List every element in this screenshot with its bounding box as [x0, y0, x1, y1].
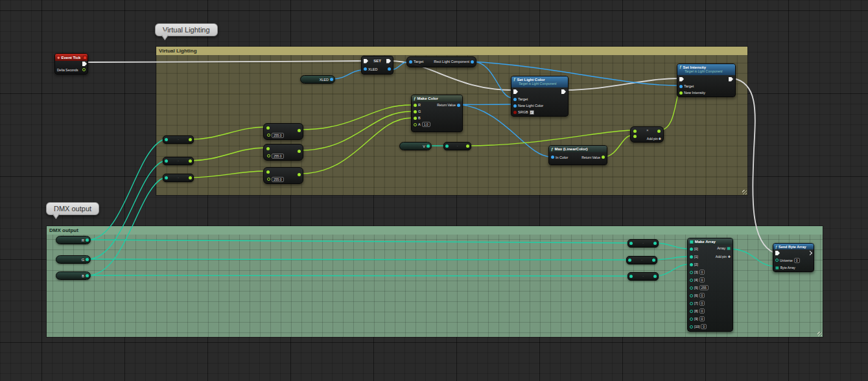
- b-in-pin[interactable]: [414, 117, 417, 120]
- conv-out-pin[interactable]: [189, 159, 192, 163]
- node-get-xled[interactable]: XLED: [300, 75, 335, 84]
- array-in-pin-3[interactable]: [690, 271, 693, 274]
- array-in-pin-5[interactable]: [690, 286, 693, 290]
- new-light-color-pin[interactable]: [513, 104, 517, 108]
- node-convert-b[interactable]: ·: [628, 272, 659, 281]
- node-convert-byte-to-float-r[interactable]: ·: [163, 135, 194, 144]
- dividend-in-pin[interactable]: [266, 170, 270, 174]
- srgb-checkbox[interactable]: ✓: [530, 110, 534, 115]
- node-divide-255-g[interactable]: 255.0: [263, 144, 303, 161]
- node-event-tick[interactable]: ❖ Event Tick Delta Seconds: [54, 53, 88, 75]
- node-set-xled[interactable]: SET XLED: [361, 56, 393, 75]
- node-set-intensity[interactable]: ƒ Set Intensity Target is Light Componen…: [677, 64, 736, 97]
- target-in-pin[interactable]: [513, 98, 517, 101]
- array-in-pin-10[interactable]: [690, 325, 693, 329]
- divisor-value-box[interactable]: 255.0: [272, 154, 284, 159]
- v-out-pin[interactable]: [427, 144, 430, 148]
- value-box[interactable]: 255: [699, 285, 709, 290]
- node-get-r[interactable]: R: [56, 236, 91, 244]
- node-get-b[interactable]: B: [56, 271, 91, 280]
- conv-in-pin[interactable]: [628, 259, 631, 262]
- target-in-pin[interactable]: [409, 60, 412, 64]
- result-out-pin[interactable]: [298, 150, 301, 153]
- node-send-byte-array[interactable]: ƒ Send Byte Array Universe 0 ▦ Byte Arra…: [773, 243, 814, 272]
- r-in-pin[interactable]: [414, 104, 417, 107]
- node-rect-light-component[interactable]: Target Rect Light Component: [406, 56, 476, 67]
- component-out-pin[interactable]: [471, 60, 474, 64]
- conv-in-pin[interactable]: [165, 159, 168, 163]
- conv-in-pin[interactable]: [165, 138, 168, 141]
- value-box[interactable]: 0: [699, 316, 705, 321]
- byte-array-in-pin[interactable]: ▦: [775, 266, 779, 270]
- array-in-pin-8[interactable]: [690, 310, 693, 313]
- node-max-linearcolor[interactable]: ƒ Max (LinearColor) In Color Return Valu…: [548, 145, 607, 165]
- srgb-pin[interactable]: [513, 111, 517, 114]
- exec-out-pin[interactable]: [561, 89, 566, 94]
- xled-in-pin[interactable]: [364, 67, 367, 71]
- value-box[interactable]: 0: [699, 301, 705, 306]
- add-pin-button[interactable]: Add pin ✚: [716, 255, 731, 259]
- dividend-in-pin[interactable]: [266, 147, 270, 150]
- value-box[interactable]: 0: [699, 293, 705, 298]
- exec-in-pin[interactable]: [679, 77, 684, 82]
- divisor-value-box[interactable]: 255.0: [272, 177, 284, 182]
- conv-in-pin[interactable]: [629, 242, 633, 245]
- result-out-pin[interactable]: [298, 129, 301, 132]
- exec-out-pin[interactable]: [82, 62, 87, 66]
- conv-out-pin[interactable]: [653, 275, 657, 278]
- conv-in-pin[interactable]: [165, 176, 168, 179]
- a-in-pin[interactable]: [414, 123, 417, 126]
- return-value-pin[interactable]: [457, 104, 460, 107]
- array-in-pin-4[interactable]: [690, 279, 693, 282]
- node-convert-byte-to-float-v[interactable]: ·: [443, 142, 471, 150]
- node-convert-r[interactable]: ·: [628, 239, 659, 248]
- value-box[interactable]: 0: [699, 270, 705, 275]
- multiply-in-pin-b[interactable]: [633, 135, 637, 138]
- in-color-pin[interactable]: [551, 156, 554, 159]
- b-out-pin[interactable]: [86, 274, 89, 277]
- divisor-in-pin[interactable]: [267, 154, 270, 157]
- universe-value-box[interactable]: 0: [794, 258, 800, 263]
- xled-out-pin[interactable]: [388, 67, 391, 71]
- conv-in-pin[interactable]: [445, 144, 449, 148]
- conv-out-pin[interactable]: [189, 138, 192, 141]
- value-box[interactable]: 0: [701, 324, 707, 329]
- multiply-out-pin[interactable]: [657, 130, 661, 133]
- add-pin-button[interactable]: Add pin ✚: [647, 137, 661, 141]
- g-in-pin[interactable]: [414, 110, 417, 113]
- node-convert-byte-to-float-g[interactable]: ·: [163, 157, 194, 165]
- exec-in-pin[interactable]: [513, 89, 518, 94]
- value-box[interactable]: 0: [699, 308, 705, 314]
- array-in-pin-1[interactable]: [690, 255, 693, 259]
- node-get-g[interactable]: G: [56, 255, 91, 264]
- node-make-array[interactable]: ▦ Make Array [0] [1] [2] [3]0 [4]0 [5]25…: [687, 238, 733, 332]
- target-in-pin[interactable]: [679, 85, 683, 88]
- exec-in-pin[interactable]: [775, 251, 780, 255]
- delta-seconds-pin[interactable]: [82, 68, 86, 71]
- result-out-pin[interactable]: [298, 173, 301, 176]
- a-value-box[interactable]: 1.0: [422, 122, 430, 127]
- array-in-pin-9[interactable]: [690, 318, 693, 321]
- multiply-in-pin-a[interactable]: [633, 130, 637, 133]
- exec-out-pin[interactable]: [808, 251, 812, 255]
- node-make-color[interactable]: ƒ Make Color R Return Value G B A 1.0: [411, 95, 463, 132]
- value-box[interactable]: 0: [699, 277, 705, 283]
- array-in-pin-7[interactable]: [690, 302, 693, 305]
- conv-out-pin[interactable]: [189, 176, 192, 179]
- conv-out-pin[interactable]: [466, 144, 469, 148]
- exec-out-pin[interactable]: [729, 77, 733, 82]
- array-in-pin-0[interactable]: [690, 248, 693, 251]
- g-out-pin[interactable]: [86, 258, 89, 261]
- node-get-v[interactable]: V: [399, 142, 432, 150]
- array-out-pin[interactable]: ▦: [727, 246, 731, 250]
- node-divide-255-b[interactable]: 255.0: [263, 167, 303, 184]
- node-set-light-color[interactable]: ƒ Set Light Color Target is Light Compon…: [511, 76, 569, 117]
- return-value-pin[interactable]: [602, 156, 605, 159]
- array-in-pin-2[interactable]: [690, 263, 693, 266]
- conv-out-pin[interactable]: [652, 259, 655, 262]
- divisor-in-pin[interactable]: [267, 178, 270, 181]
- array-in-pin-6[interactable]: [690, 294, 693, 297]
- r-out-pin[interactable]: [86, 238, 89, 242]
- node-divide-255-r[interactable]: 255.0: [263, 123, 303, 140]
- new-intensity-pin[interactable]: [679, 91, 683, 95]
